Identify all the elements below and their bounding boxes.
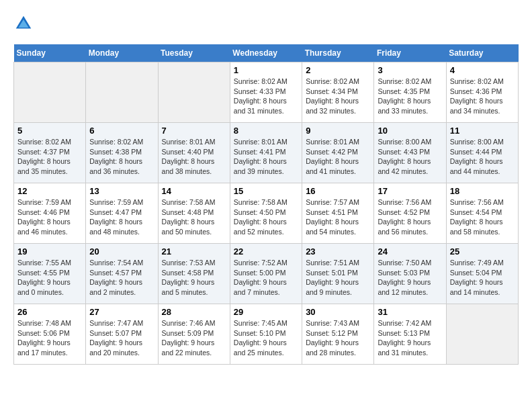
calendar-cell: 1Sunrise: 8:02 AM Sunset: 4:33 PM Daylig…	[230, 62, 302, 123]
day-info: Sunrise: 7:49 AM Sunset: 5:04 PM Dayligh…	[450, 258, 515, 298]
day-number: 17	[378, 186, 442, 196]
day-number: 12	[17, 186, 82, 196]
day-number: 10	[378, 126, 442, 136]
day-info: Sunrise: 7:58 AM Sunset: 4:48 PM Dayligh…	[162, 197, 226, 237]
calendar-table: SundayMondayTuesdayWednesdayThursdayFrid…	[13, 44, 519, 365]
day-number: 1	[234, 65, 298, 75]
day-number: 25	[450, 246, 515, 257]
day-info: Sunrise: 7:55 AM Sunset: 4:55 PM Dayligh…	[17, 258, 82, 298]
day-number: 15	[234, 186, 298, 196]
column-header-monday: Monday	[86, 44, 158, 62]
day-number: 26	[17, 307, 82, 317]
day-info: Sunrise: 7:56 AM Sunset: 4:52 PM Dayligh…	[378, 197, 442, 237]
day-info: Sunrise: 8:02 AM Sunset: 4:35 PM Dayligh…	[378, 77, 442, 116]
day-info: Sunrise: 7:43 AM Sunset: 5:12 PM Dayligh…	[306, 318, 370, 358]
calendar-cell: 18Sunrise: 7:56 AM Sunset: 4:54 PM Dayli…	[446, 183, 518, 244]
day-number: 27	[89, 307, 154, 317]
day-number: 7	[162, 126, 226, 136]
day-info: Sunrise: 8:02 AM Sunset: 4:33 PM Dayligh…	[234, 77, 298, 116]
calendar-cell: 8Sunrise: 8:01 AM Sunset: 4:41 PM Daylig…	[230, 123, 302, 183]
day-number: 30	[306, 307, 370, 317]
week-row-4: 19Sunrise: 7:55 AM Sunset: 4:55 PM Dayli…	[14, 244, 519, 304]
calendar-cell: 15Sunrise: 7:58 AM Sunset: 4:50 PM Dayli…	[230, 183, 302, 244]
day-info: Sunrise: 7:56 AM Sunset: 4:54 PM Dayligh…	[450, 197, 515, 237]
day-info: Sunrise: 7:54 AM Sunset: 4:57 PM Dayligh…	[89, 258, 154, 298]
calendar-cell	[158, 62, 230, 123]
day-info: Sunrise: 8:02 AM Sunset: 4:37 PM Dayligh…	[17, 137, 82, 177]
day-info: Sunrise: 7:53 AM Sunset: 4:58 PM Dayligh…	[162, 258, 226, 298]
day-info: Sunrise: 7:42 AM Sunset: 5:13 PM Dayligh…	[378, 318, 442, 358]
calendar-cell: 9Sunrise: 8:01 AM Sunset: 4:42 PM Daylig…	[302, 123, 374, 183]
logo	[13, 13, 36, 34]
calendar-cell: 3Sunrise: 8:02 AM Sunset: 4:35 PM Daylig…	[374, 62, 446, 123]
day-number: 8	[234, 126, 298, 136]
day-info: Sunrise: 8:01 AM Sunset: 4:42 PM Dayligh…	[306, 137, 370, 177]
day-number: 23	[306, 246, 370, 257]
day-number: 21	[162, 246, 226, 257]
day-info: Sunrise: 7:46 AM Sunset: 5:09 PM Dayligh…	[162, 318, 226, 358]
day-info: Sunrise: 7:45 AM Sunset: 5:10 PM Dayligh…	[234, 318, 298, 358]
logo-icon	[13, 13, 34, 34]
day-number: 29	[234, 307, 298, 317]
calendar-cell: 2Sunrise: 8:02 AM Sunset: 4:34 PM Daylig…	[302, 62, 374, 123]
column-header-saturday: Saturday	[446, 44, 518, 62]
day-number: 31	[378, 307, 442, 317]
day-number: 18	[450, 186, 515, 196]
day-info: Sunrise: 8:00 AM Sunset: 4:44 PM Dayligh…	[450, 137, 515, 177]
calendar-cell	[86, 62, 158, 123]
calendar-cell: 24Sunrise: 7:50 AM Sunset: 5:03 PM Dayli…	[374, 244, 446, 304]
calendar-cell: 7Sunrise: 8:01 AM Sunset: 4:40 PM Daylig…	[158, 123, 230, 183]
week-row-5: 26Sunrise: 7:48 AM Sunset: 5:06 PM Dayli…	[14, 304, 519, 365]
day-number: 19	[17, 246, 82, 257]
column-header-wednesday: Wednesday	[230, 44, 302, 62]
calendar-cell: 19Sunrise: 7:55 AM Sunset: 4:55 PM Dayli…	[14, 244, 86, 304]
calendar-cell: 26Sunrise: 7:48 AM Sunset: 5:06 PM Dayli…	[14, 304, 86, 365]
day-number: 14	[162, 186, 226, 196]
calendar-cell	[446, 304, 518, 365]
calendar-cell: 4Sunrise: 8:02 AM Sunset: 4:36 PM Daylig…	[446, 62, 518, 123]
day-number: 3	[378, 65, 442, 75]
calendar-cell: 11Sunrise: 8:00 AM Sunset: 4:44 PM Dayli…	[446, 123, 518, 183]
day-number: 28	[162, 307, 226, 317]
day-info: Sunrise: 8:00 AM Sunset: 4:43 PM Dayligh…	[378, 137, 442, 177]
calendar-cell: 10Sunrise: 8:00 AM Sunset: 4:43 PM Dayli…	[374, 123, 446, 183]
calendar-cell: 16Sunrise: 7:57 AM Sunset: 4:51 PM Dayli…	[302, 183, 374, 244]
calendar-cell: 28Sunrise: 7:46 AM Sunset: 5:09 PM Dayli…	[158, 304, 230, 365]
calendar-cell: 14Sunrise: 7:58 AM Sunset: 4:48 PM Dayli…	[158, 183, 230, 244]
day-number: 9	[306, 126, 370, 136]
day-info: Sunrise: 8:01 AM Sunset: 4:41 PM Dayligh…	[234, 137, 298, 177]
day-info: Sunrise: 8:01 AM Sunset: 4:40 PM Dayligh…	[162, 137, 226, 177]
day-info: Sunrise: 7:59 AM Sunset: 4:47 PM Dayligh…	[89, 197, 154, 237]
calendar-cell: 30Sunrise: 7:43 AM Sunset: 5:12 PM Dayli…	[302, 304, 374, 365]
calendar-cell: 20Sunrise: 7:54 AM Sunset: 4:57 PM Dayli…	[86, 244, 158, 304]
day-number: 24	[378, 246, 442, 257]
column-header-thursday: Thursday	[302, 44, 374, 62]
day-info: Sunrise: 7:52 AM Sunset: 5:00 PM Dayligh…	[234, 258, 298, 298]
calendar-cell: 22Sunrise: 7:52 AM Sunset: 5:00 PM Dayli…	[230, 244, 302, 304]
day-info: Sunrise: 7:51 AM Sunset: 5:01 PM Dayligh…	[306, 258, 370, 298]
day-info: Sunrise: 8:02 AM Sunset: 4:38 PM Dayligh…	[89, 137, 154, 177]
day-number: 13	[89, 186, 154, 196]
calendar-cell: 12Sunrise: 7:59 AM Sunset: 4:46 PM Dayli…	[14, 183, 86, 244]
week-row-3: 12Sunrise: 7:59 AM Sunset: 4:46 PM Dayli…	[14, 183, 519, 244]
day-info: Sunrise: 7:50 AM Sunset: 5:03 PM Dayligh…	[378, 258, 442, 298]
day-number: 6	[89, 126, 154, 136]
week-row-2: 5Sunrise: 8:02 AM Sunset: 4:37 PM Daylig…	[14, 123, 519, 183]
column-header-friday: Friday	[374, 44, 446, 62]
calendar-cell: 6Sunrise: 8:02 AM Sunset: 4:38 PM Daylig…	[86, 123, 158, 183]
day-info: Sunrise: 7:57 AM Sunset: 4:51 PM Dayligh…	[306, 197, 370, 237]
day-number: 16	[306, 186, 370, 196]
calendar-cell: 17Sunrise: 7:56 AM Sunset: 4:52 PM Dayli…	[374, 183, 446, 244]
day-number: 5	[17, 126, 82, 136]
day-info: Sunrise: 7:48 AM Sunset: 5:06 PM Dayligh…	[17, 318, 82, 358]
page-header	[13, 13, 519, 34]
calendar-cell	[14, 62, 86, 123]
day-number: 4	[450, 65, 515, 75]
day-info: Sunrise: 7:59 AM Sunset: 4:46 PM Dayligh…	[17, 197, 82, 237]
calendar-cell: 25Sunrise: 7:49 AM Sunset: 5:04 PM Dayli…	[446, 244, 518, 304]
calendar-cell: 31Sunrise: 7:42 AM Sunset: 5:13 PM Dayli…	[374, 304, 446, 365]
day-number: 11	[450, 126, 515, 136]
day-info: Sunrise: 8:02 AM Sunset: 4:34 PM Dayligh…	[306, 77, 370, 116]
column-header-sunday: Sunday	[14, 44, 86, 62]
day-number: 2	[306, 65, 370, 75]
